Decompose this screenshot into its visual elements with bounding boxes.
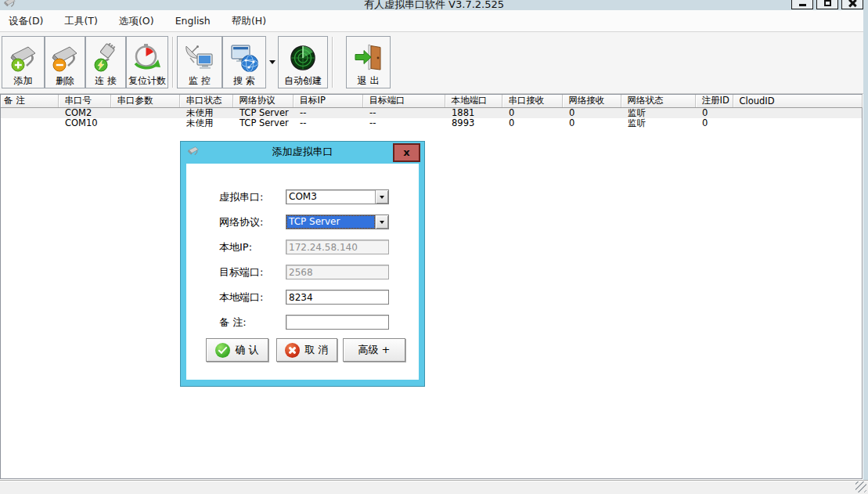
chevron-down-icon xyxy=(380,221,384,224)
search-dropdown-arrow[interactable] xyxy=(266,36,278,88)
menu-english[interactable]: English xyxy=(167,10,219,31)
reset-count-icon xyxy=(131,43,163,75)
cell xyxy=(110,107,179,118)
toolbar-separator xyxy=(172,37,174,88)
virtual-port-select[interactable]: COM3 xyxy=(286,189,389,204)
cell: COM2 xyxy=(58,107,110,118)
cell: -- xyxy=(362,107,445,118)
maximize-button[interactable] xyxy=(816,0,838,9)
menu-help[interactable]: 帮助(H) xyxy=(223,10,275,31)
confirm-button[interactable]: 确 认 xyxy=(206,338,268,362)
cell: 监听 xyxy=(621,118,695,128)
toolbar-label: 删除 xyxy=(56,75,74,86)
close-button[interactable] xyxy=(841,0,863,9)
cell: 0 xyxy=(562,118,621,128)
table-row[interactable]: COM2 未使用 TCP Server -- -- 1881 0 0 监听 0 xyxy=(1,107,862,118)
col-register-id[interactable]: 注册ID xyxy=(695,95,733,107)
minimize-icon xyxy=(799,4,806,6)
auto-create-button[interactable]: 自动创建 xyxy=(278,36,328,88)
delete-button[interactable]: 删除 xyxy=(45,36,85,88)
search-button[interactable]: 搜 索 xyxy=(222,36,266,88)
cell: 未使用 xyxy=(179,107,232,118)
cell: 0 xyxy=(502,107,562,118)
col-port[interactable]: 串口号 xyxy=(58,95,110,107)
connect-icon xyxy=(90,43,121,75)
cell: 0 xyxy=(695,118,733,128)
col-net-rx[interactable]: 网络接收 xyxy=(562,95,621,107)
serial-port-list: 备 注 串口号 串口参数 串口状态 网络协议 目标IP 目标端口 本地端口 串口… xyxy=(0,94,863,479)
exit-button[interactable]: 退 出 xyxy=(346,36,391,88)
exit-icon xyxy=(353,43,384,75)
cell: -- xyxy=(293,107,362,118)
cell: COM10 xyxy=(58,118,110,128)
remark-field[interactable] xyxy=(286,315,389,330)
target-port-label: 目标端口: xyxy=(219,265,286,279)
close-icon xyxy=(848,0,856,6)
local-ip-field xyxy=(286,240,389,254)
table-row[interactable]: COM10 未使用 TCP Server -- -- 8993 0 0 监听 0 xyxy=(1,118,862,128)
menu-options[interactable]: 选项(O) xyxy=(110,10,163,31)
check-icon xyxy=(215,343,230,358)
connect-button[interactable]: 连 接 xyxy=(85,36,126,88)
window-title: 有人虚拟串口软件 V3.7.2.525 xyxy=(0,0,868,10)
cell xyxy=(1,118,58,128)
reset-count-button[interactable]: 复位计数 xyxy=(126,36,168,88)
cell: 0 xyxy=(502,118,562,128)
maximize-icon xyxy=(824,0,831,6)
col-target-port[interactable]: 目标端口 xyxy=(362,95,445,107)
toolbar-label: 监 控 xyxy=(189,75,211,86)
toolbar-label: 复位计数 xyxy=(128,75,166,86)
cancel-label: 取 消 xyxy=(304,343,328,357)
dialog-close-button[interactable]: x xyxy=(393,143,420,162)
col-port-status[interactable]: 串口状态 xyxy=(179,95,232,107)
col-protocol[interactable]: 网络协议 xyxy=(232,95,293,107)
col-remark[interactable]: 备 注 xyxy=(1,95,58,107)
minimize-button[interactable] xyxy=(791,0,813,9)
menu-tools[interactable]: 工具(T) xyxy=(56,10,106,31)
x-icon xyxy=(285,343,300,358)
local-ip-label: 本地IP: xyxy=(219,240,286,254)
col-cloud-id[interactable]: CloudID xyxy=(733,95,862,107)
cell: 1881 xyxy=(445,107,502,118)
cancel-button[interactable]: 取 消 xyxy=(276,338,337,362)
menubar: 设备(D) 工具(T) 选项(O) English 帮助(H) xyxy=(0,10,863,32)
titlebar: 有人虚拟串口软件 V3.7.2.525 xyxy=(0,0,868,10)
resize-grip-icon[interactable] xyxy=(855,481,866,492)
cell: TCP Server xyxy=(232,107,293,118)
delete-serial-icon xyxy=(49,43,81,75)
cell: TCP Server xyxy=(232,118,293,128)
target-port-field xyxy=(286,265,389,279)
dialog-body: 虚拟串口: COM3 网络协议: TCP Server 本地IP: 目标端口: … xyxy=(186,164,419,380)
toolbar-label: 退 出 xyxy=(358,75,380,86)
cell xyxy=(1,107,58,118)
add-virtual-serial-dialog: 添加虚拟串口 x 虚拟串口: COM3 网络协议: TCP Server 本地I… xyxy=(181,142,424,386)
protocol-select[interactable]: TCP Server xyxy=(286,215,389,229)
chevron-down-icon xyxy=(269,60,276,64)
cell xyxy=(733,107,862,118)
protocol-label: 网络协议: xyxy=(219,215,286,229)
col-local-port[interactable]: 本地端口 xyxy=(445,95,502,107)
col-net-status[interactable]: 网络状态 xyxy=(621,95,695,107)
toolbar: 添加 删除 连 接 复位计数 监 控 搜 索 自动创建 退 出 xyxy=(0,32,863,94)
local-port-field[interactable] xyxy=(286,290,389,305)
monitor-icon xyxy=(184,43,215,75)
col-port-params[interactable]: 串口参数 xyxy=(110,95,179,107)
add-button[interactable]: 添加 xyxy=(2,36,45,88)
col-target-ip[interactable]: 目标IP xyxy=(293,95,362,107)
monitor-button[interactable]: 监 控 xyxy=(177,36,222,88)
cell xyxy=(110,118,179,128)
serial-port-table: 备 注 串口号 串口参数 串口状态 网络协议 目标IP 目标端口 本地端口 串口… xyxy=(1,95,863,128)
cell: 8993 xyxy=(445,118,502,128)
dropdown-button[interactable] xyxy=(375,215,388,229)
advanced-button[interactable]: 高级 + xyxy=(343,338,405,362)
cell xyxy=(733,118,862,128)
col-serial-rx[interactable]: 串口接收 xyxy=(502,95,562,107)
confirm-label: 确 认 xyxy=(235,343,258,357)
dialog-title: 添加虚拟串口 xyxy=(181,142,424,164)
statusbar xyxy=(0,480,868,494)
remark-label: 备 注: xyxy=(219,316,286,330)
virtual-port-label: 虚拟串口: xyxy=(219,190,286,204)
dropdown-button[interactable] xyxy=(375,190,388,204)
toolbar-label: 自动创建 xyxy=(284,75,322,86)
menu-device[interactable]: 设备(D) xyxy=(0,10,52,31)
